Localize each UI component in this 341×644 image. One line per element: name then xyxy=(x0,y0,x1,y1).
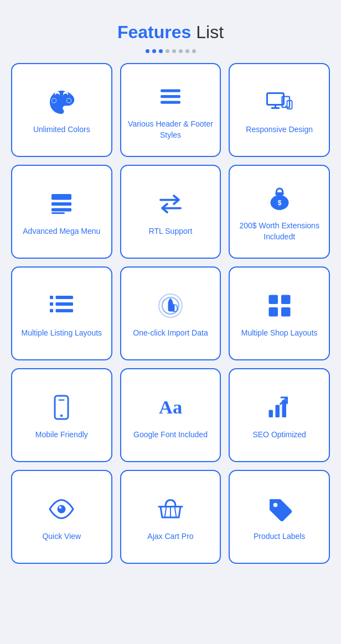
touch-icon xyxy=(157,292,184,319)
card-listing-layouts[interactable]: Multiple Listing Layouts xyxy=(11,266,112,360)
card-mega-menu-label: Advanced Mega Menu xyxy=(23,226,100,237)
svg-rect-39 xyxy=(268,410,273,418)
devices-icon xyxy=(266,89,293,116)
svg-rect-26 xyxy=(56,302,74,306)
mobile-icon xyxy=(48,394,75,421)
card-header-footer-label: Various Header & Footer Styles xyxy=(128,119,214,140)
card-unlimited-colors-label: Unlimited Colors xyxy=(33,124,90,135)
svg-point-44 xyxy=(59,506,62,509)
svg-rect-7 xyxy=(267,93,283,105)
svg-rect-16 xyxy=(51,208,71,212)
svg-line-48 xyxy=(174,507,176,518)
svg-rect-28 xyxy=(56,309,74,312)
hamburger-icon xyxy=(157,83,184,110)
svg-point-3 xyxy=(67,98,71,103)
card-responsive[interactable]: Responsive Design xyxy=(229,63,330,157)
svg-rect-33 xyxy=(268,307,278,317)
card-ajax-cart[interactable]: Ajax Cart Pro xyxy=(120,470,221,564)
title-blue: Features xyxy=(117,22,191,42)
dot-6 xyxy=(179,49,183,53)
tag-icon xyxy=(266,496,293,522)
card-extensions-label: 200$ Worth Extensions Includedt xyxy=(236,221,322,242)
dot-5 xyxy=(172,49,176,53)
card-shop-layouts[interactable]: Multiple Shop Layouts xyxy=(229,266,330,360)
basket-icon xyxy=(157,496,184,522)
title-dark: List xyxy=(191,22,224,42)
card-mobile-label: Mobile Friendly xyxy=(35,430,88,441)
features-grid: Unlimited Colors Various Header & Footer… xyxy=(11,63,330,564)
card-mobile[interactable]: Mobile Friendly xyxy=(11,368,112,462)
svg-point-36 xyxy=(60,415,63,417)
dots-indicator xyxy=(146,49,196,53)
card-one-click[interactable]: One-click Import Data xyxy=(120,266,221,360)
dot-2 xyxy=(152,49,156,53)
svg-rect-25 xyxy=(50,302,53,306)
card-mega-menu[interactable]: Advanced Mega Menu xyxy=(11,165,112,259)
card-seo[interactable]: SEO Optimized xyxy=(229,368,330,462)
svg-point-0 xyxy=(52,98,56,103)
svg-rect-17 xyxy=(51,212,65,214)
svg-point-2 xyxy=(64,93,68,98)
svg-rect-5 xyxy=(161,95,180,98)
svg-rect-27 xyxy=(50,309,53,312)
svg-text:$: $ xyxy=(277,199,281,207)
card-extensions[interactable]: $ 200$ Worth Extensions Includedt xyxy=(229,165,330,259)
card-ajax-cart-label: Ajax Cart Pro xyxy=(147,531,193,542)
dot-1 xyxy=(146,49,149,53)
svg-line-46 xyxy=(164,507,166,518)
svg-rect-23 xyxy=(50,296,53,299)
svg-rect-6 xyxy=(161,101,180,104)
page-header: Features List xyxy=(117,22,224,43)
svg-rect-14 xyxy=(51,194,71,200)
card-rtl-label: RTL Support xyxy=(149,226,193,237)
palette-icon xyxy=(48,89,75,116)
card-shop-layouts-label: Multiple Shop Layouts xyxy=(241,328,318,339)
dot-4 xyxy=(166,49,169,53)
svg-text:Aa: Aa xyxy=(159,396,182,417)
card-one-click-label: One-click Import Data xyxy=(133,328,208,339)
svg-point-43 xyxy=(58,505,66,514)
card-header-footer[interactable]: Various Header & Footer Styles xyxy=(120,63,221,157)
svg-point-49 xyxy=(273,503,277,507)
svg-rect-21 xyxy=(275,192,283,196)
card-responsive-label: Responsive Design xyxy=(246,124,313,135)
arrows-lr-icon xyxy=(157,191,184,217)
menu-list-icon xyxy=(48,191,75,217)
chart-up-icon xyxy=(266,394,293,421)
svg-rect-32 xyxy=(281,295,291,305)
dot-7 xyxy=(185,49,189,53)
svg-point-13 xyxy=(289,107,290,108)
money-bag-icon: $ xyxy=(266,185,293,212)
svg-rect-24 xyxy=(56,296,74,299)
grid-blocks-icon xyxy=(266,292,293,319)
svg-rect-15 xyxy=(51,202,71,206)
card-product-labels-label: Product Labels xyxy=(254,531,305,542)
card-google-font-label: Google Font Included xyxy=(133,430,208,441)
svg-point-1 xyxy=(55,93,60,98)
card-google-font[interactable]: Aa Google Font Included xyxy=(120,368,221,462)
dot-3 xyxy=(159,49,163,53)
card-unlimited-colors[interactable]: Unlimited Colors xyxy=(11,63,112,157)
svg-point-11 xyxy=(285,106,286,107)
card-seo-label: SEO Optimized xyxy=(252,430,306,441)
font-aa-icon: Aa xyxy=(157,394,184,421)
svg-rect-40 xyxy=(275,405,280,418)
card-rtl[interactable]: RTL Support xyxy=(120,165,221,259)
card-quick-view-label: Quick View xyxy=(42,531,81,542)
card-product-labels[interactable]: Product Labels xyxy=(229,470,330,564)
svg-rect-4 xyxy=(161,90,180,92)
eye-icon xyxy=(48,496,75,522)
card-listing-layouts-label: Multiple Listing Layouts xyxy=(22,328,102,339)
card-quick-view[interactable]: Quick View xyxy=(11,470,112,564)
svg-rect-34 xyxy=(281,307,291,317)
dot-8 xyxy=(192,49,196,53)
list-layout-icon xyxy=(48,292,75,319)
svg-rect-31 xyxy=(268,295,278,305)
